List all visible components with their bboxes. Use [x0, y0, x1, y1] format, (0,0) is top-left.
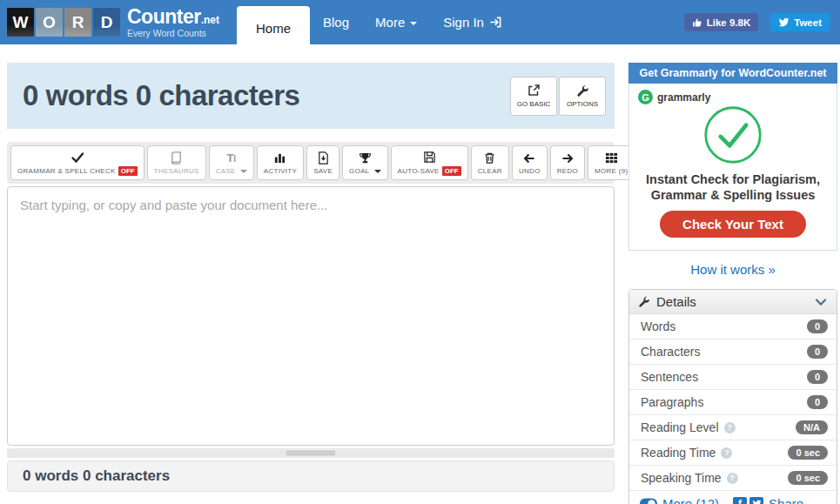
logo-tagline: Every Word Counts — [127, 29, 219, 38]
document-text-input[interactable] — [7, 186, 615, 446]
grip-icon — [286, 451, 335, 455]
grammarly-ad-header[interactable]: Get Grammarly for WordCounter.net — [628, 63, 837, 84]
external-link-icon — [527, 84, 541, 97]
social-buttons: Like 9.8K Tweet — [684, 13, 830, 31]
row-label: Sentences — [641, 370, 698, 384]
grammarly-logo-icon — [638, 90, 653, 104]
go-basic-button[interactable]: GO BASIC — [510, 77, 557, 116]
logo-tld: .net — [201, 14, 219, 26]
details-title: Details — [656, 294, 696, 309]
check-icon — [71, 150, 84, 165]
details-row-reading-level: Reading Level N/A — [629, 415, 837, 440]
save-label: SAVE — [313, 167, 333, 175]
main-column: 0 words 0 characters GO BASIC OPTIONS — [7, 63, 615, 504]
options-button[interactable]: OPTIONS — [559, 77, 606, 116]
trophy-icon — [359, 151, 372, 165]
thesaurus-button[interactable]: THESAURUS — [147, 145, 206, 180]
nav-signin-label: Sign In — [443, 15, 484, 30]
case-label: CASE — [216, 167, 236, 175]
toggle-icon — [640, 498, 657, 504]
share-link[interactable]: Share — [769, 496, 803, 504]
caret-down-icon — [240, 170, 247, 173]
right-sidebar: Get Grammarly for WordCounter.net gramma… — [628, 63, 837, 504]
nav-more[interactable]: More — [362, 0, 430, 44]
wrench-icon — [576, 84, 589, 97]
details-row-sentences: Sentences 0 — [629, 365, 837, 390]
case-button[interactable]: TI CASE — [209, 145, 254, 180]
row-label: Reading Time — [641, 446, 716, 460]
grammarly-brand-name: grammarly — [657, 91, 710, 104]
bar-chart-icon — [273, 151, 286, 165]
row-value-badge: 0 — [807, 345, 828, 359]
wordcounter-page: W O R D Counter.net Every Word Counts Ho… — [0, 0, 840, 504]
row-value-badge: N/A — [796, 420, 828, 434]
grammar-label: GRAMMAR & SPELL CHECK — [17, 167, 116, 175]
caret-down-icon — [410, 22, 417, 25]
activity-button[interactable]: ACTIVITY — [257, 145, 304, 180]
check-your-text-button[interactable]: Check Your Text — [660, 211, 806, 238]
help-icon[interactable] — [721, 447, 732, 459]
help-icon[interactable] — [724, 422, 736, 433]
auto-save-button[interactable]: AUTO-SAVEOFF — [391, 145, 468, 180]
top-navbar: W O R D Counter.net Every Word Counts Ho… — [0, 0, 840, 44]
wrench-icon — [638, 296, 650, 308]
ad-message: Instant Check for Plagiarism, Grammar & … — [638, 171, 828, 203]
text-case-icon: TI — [226, 151, 236, 165]
undo-button[interactable]: UNDO — [512, 145, 548, 180]
grammarly-ad: Get Grammarly for WordCounter.net gramma… — [628, 63, 837, 251]
details-row-reading-time: Reading Time 0 sec — [629, 440, 837, 466]
word-count-title: 0 words 0 characters — [23, 79, 299, 112]
word-count-header: 0 words 0 characters GO BASIC OPTIONS — [7, 63, 615, 129]
grammarly-ad-body: grammarly Instant Check for Plagiarism, … — [628, 84, 837, 251]
floppy-disk-icon — [423, 150, 436, 165]
row-label: Words — [641, 319, 675, 333]
goal-button[interactable]: GOAL — [342, 145, 387, 180]
editor-resize-handle[interactable] — [7, 448, 615, 458]
details-row-words: Words 0 — [629, 314, 837, 339]
clear-button[interactable]: CLEAR — [471, 145, 509, 180]
row-value-badge: 0 — [807, 370, 828, 384]
logo-tile-r: R — [64, 8, 91, 37]
row-label: Paragraphs — [641, 395, 703, 409]
activity-label: ACTIVITY — [264, 167, 297, 175]
row-value-badge: 0 — [807, 395, 828, 409]
logo-tiles: W O R D — [7, 8, 120, 37]
book-icon — [170, 151, 183, 165]
twitter-icon[interactable] — [749, 497, 763, 504]
save-button[interactable]: SAVE — [306, 145, 339, 180]
thumbs-up-icon — [692, 17, 702, 28]
row-label: Characters — [641, 345, 700, 359]
off-badge: OFF — [442, 166, 461, 176]
nav-blog[interactable]: Blog — [310, 0, 362, 44]
facebook-icon[interactable] — [733, 497, 747, 504]
header-buttons: GO BASIC OPTIONS — [510, 77, 606, 116]
more-tools-label: MORE (9) — [595, 167, 628, 175]
row-label: Reading Level — [641, 420, 719, 434]
grid-icon — [605, 151, 618, 165]
undo-label: UNDO — [519, 167, 541, 175]
tweet-button[interactable]: Tweet — [770, 13, 830, 31]
logo-tile-o: O — [36, 8, 63, 37]
goal-label: GOAL — [349, 167, 369, 175]
arrow-right-icon — [561, 151, 575, 165]
more-stats-link[interactable]: More (12) — [662, 496, 719, 504]
redo-button[interactable]: REDO — [550, 145, 585, 180]
check-circle-wrap — [638, 104, 828, 165]
options-label: OPTIONS — [567, 100, 598, 108]
details-header[interactable]: Details — [629, 290, 837, 314]
help-icon[interactable] — [727, 473, 738, 484]
nav-signin[interactable]: Sign In — [430, 0, 515, 44]
arrow-left-icon — [522, 151, 536, 165]
grammarly-brand: grammarly — [638, 90, 828, 104]
details-row-speaking-time: Speaking Time 0 sec — [629, 466, 837, 491]
wordcounter-logo[interactable]: W O R D Counter.net Every Word Counts — [7, 7, 219, 38]
grammar-spell-check-button[interactable]: GRAMMAR & SPELL CHECKOFF — [10, 145, 144, 180]
nav-home[interactable]: Home — [237, 6, 310, 50]
logo-tile-d: D — [93, 8, 120, 37]
row-value-badge: 0 sec — [788, 446, 828, 460]
facebook-like-button[interactable]: Like 9.8K — [684, 13, 759, 31]
chevron-down-icon[interactable] — [814, 295, 828, 309]
how-it-works-link[interactable]: How it works » — [628, 262, 837, 277]
editor-toolbar: GRAMMAR & SPELL CHECKOFF THESAURUS TI CA… — [7, 142, 615, 184]
row-label: Speaking Time — [641, 471, 722, 485]
